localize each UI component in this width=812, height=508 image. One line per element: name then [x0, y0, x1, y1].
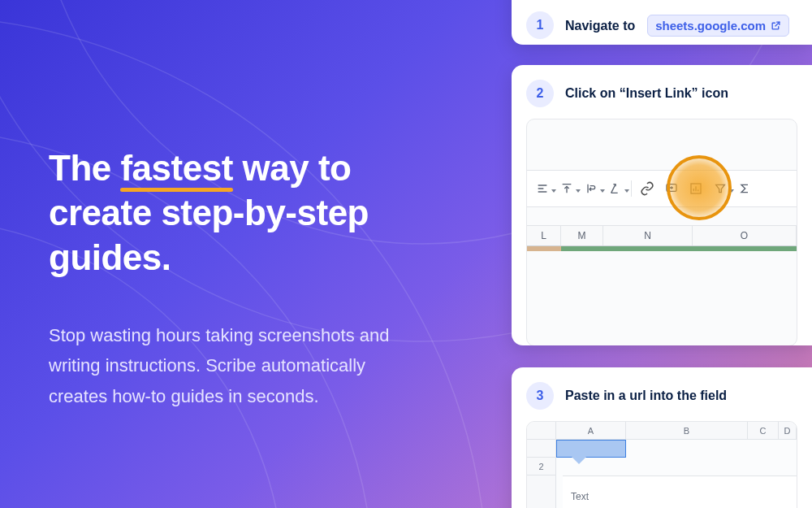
step-2-screenshot: L M N O [526, 119, 797, 345]
column-headers: L M N O [527, 225, 797, 246]
link-icon[interactable] [635, 176, 659, 201]
sheet-cols: A B C D [527, 422, 797, 440]
step-badge-2: 2 [526, 80, 554, 107]
sheet-cells: Text [556, 440, 797, 508]
col-L[interactable]: L [527, 226, 561, 245]
headline-highlight: fastest [120, 145, 232, 190]
step-badge-1: 1 [526, 11, 554, 39]
rotate-icon[interactable] [603, 176, 628, 201]
headline-pre: The [49, 148, 120, 188]
col-D[interactable]: D [779, 422, 797, 439]
step-2-header: 2 Click on “Insert Link” icon [526, 80, 797, 107]
row-color-strip [527, 246, 797, 251]
step-2-text: Click on “Insert Link” icon [565, 86, 728, 101]
toolbar-separator [631, 180, 632, 197]
col-N[interactable]: N [603, 226, 693, 245]
step-1-header: 1 Navigate to sheets.google.com [526, 11, 797, 39]
comment-icon[interactable] [659, 176, 684, 201]
step-3-screenshot: A B C D 2 Text [526, 421, 797, 508]
wrap-icon[interactable] [579, 176, 603, 201]
row-1[interactable] [527, 440, 555, 458]
sheet-corner[interactable] [527, 422, 556, 439]
col-C[interactable]: C [748, 422, 779, 439]
col-M[interactable]: M [561, 226, 603, 245]
col-O[interactable]: O [693, 226, 797, 245]
url-chip[interactable]: sheets.google.com [647, 15, 789, 37]
step-badge-3: 3 [526, 382, 554, 410]
valign-icon[interactable] [555, 176, 579, 201]
subheadline: Stop wasting hours taking screenshots an… [49, 320, 422, 411]
svg-marker-19 [716, 185, 725, 192]
steps-column: 1 Navigate to sheets.google.com 2 Click … [503, 0, 812, 508]
external-link-icon [771, 20, 781, 31]
hero-panel: The fastest way to create step-by-step g… [0, 0, 463, 508]
row-2[interactable]: 2 [527, 458, 555, 475]
headline: The fastest way to create step-by-step g… [49, 145, 422, 280]
step-1-text: Navigate to sheets.google.com [565, 15, 789, 37]
step-3-text: Paste in a url into the field [565, 389, 727, 403]
col-A[interactable]: A [556, 422, 626, 439]
align-icon[interactable] [530, 176, 555, 201]
link-popup: Text [563, 475, 797, 508]
step-card-1: 1 Navigate to sheets.google.com [512, 0, 812, 45]
step-card-3: 3 Paste in a url into the field A B C D … [512, 367, 812, 508]
chart-icon[interactable] [684, 176, 708, 201]
step-3-header: 3 Paste in a url into the field [526, 382, 797, 410]
sheets-toolbar [527, 170, 797, 207]
selected-cell[interactable] [556, 440, 626, 458]
row-numbers: 2 [527, 440, 556, 508]
sigma-icon[interactable] [732, 176, 757, 201]
col-B[interactable]: B [626, 422, 748, 439]
step-card-2: 2 Click on “Insert Link” icon L M N [512, 65, 812, 345]
cell-pointer [571, 456, 587, 464]
filter-icon[interactable] [708, 176, 732, 201]
popup-text-label: Text [571, 491, 589, 502]
